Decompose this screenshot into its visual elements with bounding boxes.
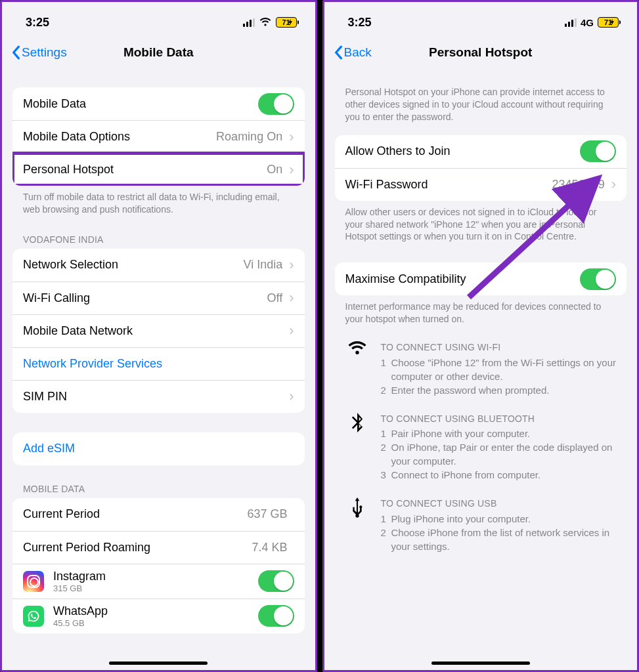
home-indicator[interactable] [431, 662, 530, 665]
detail: 637 GB [247, 507, 287, 521]
chevron-right-icon: › [289, 389, 294, 404]
left-phone-screen: 3:25 71 Settings Mobile Data Mobile Data… [0, 0, 317, 672]
row-mobile-data-network[interactable]: Mobile Data Network › [12, 314, 305, 347]
label: Mobile Data [23, 97, 258, 111]
chevron-right-icon: › [289, 324, 294, 338]
usb-icon [345, 497, 369, 553]
status-bar: 3:25 4G 71 [324, 2, 638, 37]
row-wifi-calling[interactable]: Wi-Fi Calling Off › [12, 282, 305, 314]
battery-icon: 71 [276, 17, 297, 28]
label: Allow Others to Join [345, 144, 581, 158]
right-phone-screen: 3:25 4G 71 Back Personal Hotspot Persona… [322, 0, 640, 672]
row-app-whatsapp[interactable]: WhatsApp 45.5 GB [12, 598, 305, 633]
instr-line: Connect to iPhone from computer. [391, 468, 541, 482]
row-add-esim[interactable]: Add eSIM [12, 432, 305, 465]
label: Add eSIM [23, 442, 294, 455]
row-allow-others[interactable]: Allow Others to Join [335, 135, 627, 168]
detail: Vi India [243, 258, 282, 272]
chevron-right-icon: › [611, 177, 616, 192]
chevron-left-icon [334, 45, 343, 60]
chevron-right-icon: › [289, 130, 294, 144]
instr-line: Choose "iPhone 12" from the Wi-Fi settin… [391, 356, 617, 383]
instructions-bluetooth: TO CONNECT USING BLUETOOTH 1Pair iPhone … [335, 397, 627, 482]
status-time: 3:25 [26, 16, 49, 30]
row-network-selection[interactable]: Network Selection Vi India › [12, 249, 305, 282]
whatsapp-icon [23, 606, 44, 627]
detail: 7.4 KB [252, 541, 287, 555]
detail: On [267, 163, 282, 177]
row-current-period[interactable]: Current Period 637 GB [12, 498, 305, 531]
label: Maximise Compatibility [345, 272, 581, 286]
back-button[interactable]: Settings [11, 45, 67, 60]
row-maximise-compatibility[interactable]: Maximise Compatibility [335, 262, 627, 295]
chevron-right-icon: › [289, 291, 294, 305]
wifi-icon [259, 18, 272, 27]
row-wifi-password[interactable]: Wi-Fi Password 23456789 › [335, 168, 627, 201]
label: SIM PIN [23, 390, 289, 404]
app-usage: 45.5 GB [53, 618, 108, 628]
wifi-icon [345, 341, 369, 397]
row-current-period-roaming[interactable]: Current Period Roaming 7.4 KB [12, 531, 305, 564]
row-mobile-data[interactable]: Mobile Data [12, 87, 305, 120]
label: Network Selection [23, 258, 243, 272]
instr-line: Enter the password when prompted. [391, 383, 550, 397]
row-mobile-data-options[interactable]: Mobile Data Options Roaming On › [12, 120, 305, 153]
cellular-signal-icon [565, 18, 577, 27]
detail: Roaming On [216, 130, 282, 144]
chevron-right-icon: › [289, 258, 294, 272]
label: Personal Hotspot [23, 163, 267, 177]
content-scroll[interactable]: Personal Hotspot on your iPhone can prov… [324, 68, 638, 670]
instr-heading: TO CONNECT USING USB [381, 497, 617, 511]
instr-line: Plug iPhone into your computer. [391, 512, 531, 526]
label: Current Period [23, 507, 247, 521]
row-provider-services[interactable]: Network Provider Services [12, 347, 305, 380]
label: Wi-Fi Calling [23, 291, 267, 305]
instructions-wifi: TO CONNECT USING WI-FI 1Choose "iPhone 1… [335, 326, 627, 397]
instagram-toggle[interactable] [258, 570, 294, 592]
instr-heading: TO CONNECT USING BLUETOOTH [381, 413, 617, 426]
section-header-carrier: VODAFONE INDIA [12, 216, 305, 249]
content-scroll[interactable]: Mobile Data Mobile Data Options Roaming … [2, 68, 315, 670]
app-name: Instagram [53, 570, 106, 583]
instr-line: Pair iPhone with your computer. [391, 427, 531, 440]
app-name: WhatsApp [53, 604, 108, 618]
row-personal-hotspot[interactable]: Personal Hotspot On › [12, 153, 305, 186]
home-indicator[interactable] [109, 662, 208, 665]
instr-heading: TO CONNECT USING WI-FI [381, 341, 617, 354]
back-label: Settings [22, 45, 67, 60]
label: Mobile Data Options [23, 130, 216, 144]
instagram-icon [23, 571, 44, 592]
whatsapp-toggle[interactable] [258, 605, 294, 627]
nav-bar: Settings Mobile Data [2, 37, 315, 68]
footer-text: Turn off mobile data to restrict all dat… [12, 186, 305, 216]
detail: 23456789 [552, 178, 605, 192]
row-sim-pin[interactable]: SIM PIN › [12, 380, 305, 413]
battery-icon: 71 [598, 17, 619, 28]
back-label: Back [344, 45, 372, 60]
label: Current Period Roaming [23, 541, 252, 555]
instructions-usb: TO CONNECT USING USB 1Plug iPhone into y… [335, 482, 627, 553]
label: Network Provider Services [23, 357, 294, 371]
nav-bar: Back Personal Hotspot [324, 37, 638, 68]
instr-line: Choose iPhone from the list of network s… [391, 526, 617, 553]
app-usage: 315 GB [53, 583, 106, 593]
status-bar: 3:25 71 [2, 2, 315, 37]
allow-others-toggle[interactable] [580, 140, 616, 162]
intro-text: Personal Hotspot on your iPhone can prov… [335, 68, 627, 123]
label: Mobile Data Network [23, 324, 289, 338]
mobile-data-toggle[interactable] [258, 93, 294, 115]
cellular-signal-icon [243, 18, 255, 27]
chevron-left-icon [11, 45, 20, 60]
bluetooth-icon [345, 413, 369, 482]
footer-text: Allow other users or devices not signed … [335, 201, 627, 243]
back-button[interactable]: Back [334, 45, 372, 60]
detail: Off [267, 291, 282, 305]
section-header-usage: MOBILE DATA [12, 465, 305, 498]
row-app-instagram[interactable]: Instagram 315 GB [12, 564, 305, 598]
label: Wi-Fi Password [345, 178, 552, 192]
instr-line: On iPhone, tap Pair or enter the code di… [391, 440, 617, 468]
network-type: 4G [581, 17, 594, 28]
max-compat-toggle[interactable] [580, 268, 616, 290]
footer-text: Internet performance may be reduced for … [335, 295, 627, 326]
status-time: 3:25 [348, 16, 372, 30]
